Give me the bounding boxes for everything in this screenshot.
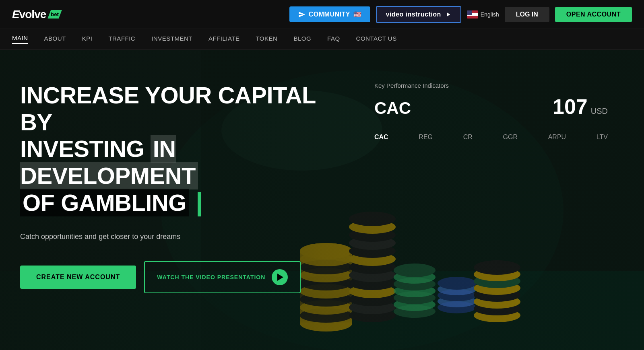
nav-item-faq[interactable]: FAQ: [327, 35, 340, 43]
kpi-value: 107: [553, 95, 588, 119]
telegram-icon: [298, 11, 305, 18]
nav-item-investment[interactable]: INVESTMENT: [151, 35, 192, 43]
kpi-panel: Key Performance Indicators CAC 107 USD C…: [374, 82, 608, 141]
nav-item-main[interactable]: MAIN: [12, 35, 28, 44]
kpi-tab-cr[interactable]: CR: [463, 134, 473, 141]
play-triangle: [277, 274, 283, 281]
secondary-navbar: MAIN ABOUT KPI TRAFFIC INVESTMENT AFFILI…: [0, 29, 644, 50]
nav-item-kpi[interactable]: KPI: [82, 35, 93, 43]
kpi-tab-arpu[interactable]: ARPU: [548, 134, 566, 141]
open-account-button[interactable]: OPEN ACCOUNT: [555, 7, 632, 22]
flag-emoji: 🇺🇸: [353, 10, 362, 18]
title-investing: INVESTING: [20, 136, 144, 162]
nav-item-traffic[interactable]: TRAFFIC: [108, 35, 135, 43]
community-button[interactable]: COMMUNITY 🇺🇸: [289, 6, 371, 22]
kpi-metric-name: CAC: [374, 99, 411, 118]
logo[interactable]: Evolve bet: [12, 8, 62, 21]
kpi-metrics-row: CAC REG CR GGR ARPU LTV: [374, 134, 608, 141]
kpi-value-group: 107 USD: [553, 95, 608, 119]
green-bar-decoration: [198, 192, 201, 216]
play-circle-icon: [272, 269, 288, 285]
create-account-button[interactable]: CREATE NEW ACCOUNT: [20, 266, 136, 289]
top-navbar: Evolve bet COMMUNITY 🇺🇸 video instructio…: [0, 0, 644, 29]
nav-item-affiliate[interactable]: AFFILIATE: [208, 35, 240, 43]
hero-subtitle: Catch opportunities and get closer to yo…: [20, 233, 221, 241]
hero-buttons: CREATE NEW ACCOUNT WATCH THE VIDEO PRESE…: [20, 261, 624, 293]
video-instruction-button[interactable]: video instruction: [376, 6, 461, 23]
watch-video-button[interactable]: WATCH THE VIDEO PRESENTATION: [144, 261, 301, 293]
nav-item-contact[interactable]: CONTACT US: [356, 35, 397, 43]
nav-item-blog[interactable]: BLOG: [293, 35, 311, 43]
title-gambling: OF GAMBLING: [20, 189, 189, 216]
kpi-tab-cac[interactable]: CAC: [374, 134, 388, 141]
kpi-tab-ggr[interactable]: GGR: [503, 134, 518, 141]
kpi-tab-ltv[interactable]: LTV: [597, 134, 608, 141]
logo-text: Evolve: [12, 8, 46, 21]
flag-icon: [467, 10, 478, 19]
kpi-divider: [374, 127, 608, 127]
nav-item-token[interactable]: TOKEN: [256, 35, 277, 43]
kpi-tab-reg[interactable]: REG: [419, 134, 433, 141]
hero-section: INCREASE YOUR CAPITAL BY INVESTING IN DE…: [0, 50, 644, 350]
login-button[interactable]: LOG IN: [505, 7, 549, 22]
logo-badge: bet: [47, 10, 62, 19]
hero-title: INCREASE YOUR CAPITAL BY INVESTING IN DE…: [20, 82, 334, 216]
top-nav-actions: COMMUNITY 🇺🇸 video instruction English L…: [289, 6, 632, 23]
kpi-section-label: Key Performance Indicators: [374, 82, 608, 89]
kpi-unit: USD: [591, 107, 608, 116]
nav-item-about[interactable]: ABOUT: [44, 35, 66, 43]
language-selector[interactable]: English: [467, 10, 499, 19]
play-icon: [444, 11, 452, 18]
kpi-main-row: CAC 107 USD: [374, 95, 608, 119]
